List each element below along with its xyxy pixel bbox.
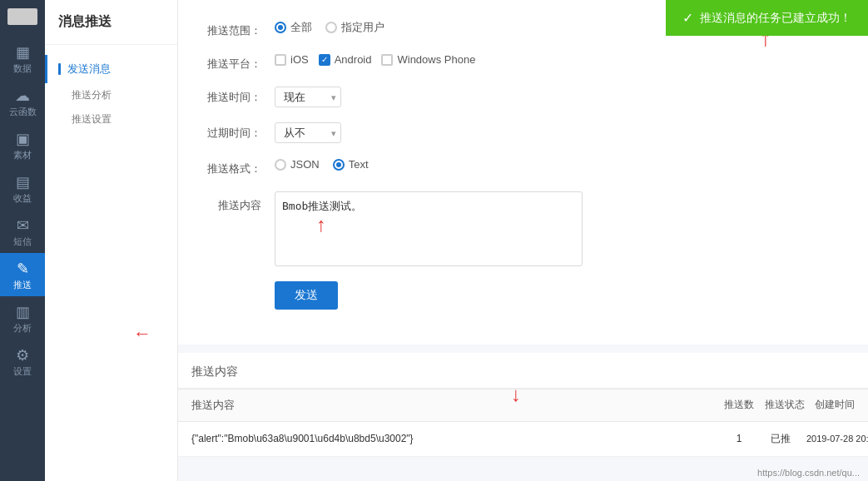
table-title: 推送内容	[191, 364, 238, 378]
sidebar-item-analytics[interactable]: ▥ 分析	[0, 296, 45, 340]
sidebar-item-label: 素材	[13, 149, 32, 161]
sidebar-item-sms[interactable]: ✉ 短信	[0, 210, 45, 253]
radio-circle-specific	[325, 22, 337, 33]
row-status: 已推	[760, 422, 801, 456]
col-header-content: 推送内容	[178, 389, 718, 421]
push-time-select[interactable]: 现在 定时	[275, 87, 341, 107]
col-header-created: 创建时间	[801, 389, 868, 421]
nav-item-config[interactable]: 推送设置	[58, 107, 177, 131]
left-nav-sub: 推送分析 推送设置	[45, 83, 177, 131]
push-range-options: 全部 指定用户	[275, 20, 384, 35]
push-platform-label: 推送平台：	[203, 53, 261, 72]
radio-circle-text	[333, 159, 345, 171]
sidebar-item-label: 云函数	[9, 106, 37, 118]
col-header-status: 推送状态	[760, 389, 801, 421]
income-icon: ▤	[16, 175, 30, 190]
radio-specific[interactable]: 指定用户	[325, 20, 384, 35]
push-platform-options: iOS ✓ Android Windows Phone	[275, 53, 475, 66]
expire-time-select-wrapper: 从不 1天 3天 7天	[275, 122, 341, 143]
push-time-select-wrapper: 现在 定时	[275, 87, 341, 107]
push-content-wrapper: <span class="underline-text">Bmob</span>…	[275, 191, 583, 266]
nav-item-analysis[interactable]: 推送分析	[58, 83, 177, 107]
sidebar-logo	[7, 8, 37, 25]
checkbox-box-android: ✓	[319, 54, 330, 66]
expire-time-select[interactable]: 从不 1天 3天 7天	[275, 122, 341, 143]
page-title: 消息推送	[45, 13, 177, 45]
sidebar-item-push[interactable]: ✎ 推送	[0, 253, 45, 296]
sidebar-item-label: 推送	[13, 279, 32, 291]
push-format-options: JSON Text	[275, 158, 369, 171]
row-content: {"alert":"Bmob\u63a8\u9001\u6d4b\u8bd5\u…	[178, 423, 718, 454]
send-button[interactable]: 发送	[275, 281, 338, 310]
left-nav: 消息推送 发送消息 推送分析 推送设置	[45, 0, 178, 481]
push-time-value: 现在 定时	[275, 87, 341, 107]
nav-active-bar	[58, 63, 61, 75]
sidebar-item-label: 分析	[13, 322, 32, 335]
radio-json[interactable]: JSON	[275, 158, 320, 171]
nav-item-send[interactable]: 发送消息	[45, 55, 177, 83]
expire-time-value: 从不 1天 3天 7天	[275, 122, 341, 143]
checkbox-android[interactable]: ✓ Android	[319, 53, 372, 66]
settings-icon: ⚙	[16, 348, 29, 363]
left-nav-section: 发送消息 推送分析 推送设置	[45, 45, 177, 141]
push-content-textarea[interactable]: <span class="underline-text">Bmob</span>…	[275, 191, 583, 266]
checkbox-box-windows-phone	[381, 54, 393, 66]
expire-time-label: 过期时间：	[203, 122, 261, 141]
toast-success: ✓ 推送消息的任务已建立成功！	[666, 0, 868, 36]
send-button-wrapper: 发送	[275, 281, 338, 310]
form-section: 推送范围： 全部 指定用户 推送平台： iOS	[178, 0, 868, 345]
sidebar-item-cloud[interactable]: ☁ 云函数	[0, 80, 45, 123]
sidebar-item-label: 数据	[13, 62, 32, 75]
toast-message: 推送消息的任务已建立成功！	[700, 11, 851, 26]
radio-all[interactable]: 全部	[275, 20, 312, 35]
row-created: 2019-07-28 20:03:52	[801, 423, 868, 455]
sidebar-item-label: 短信	[13, 236, 32, 248]
sidebar-item-label: 收益	[13, 192, 32, 205]
analytics-icon: ▥	[16, 305, 30, 320]
checkbox-ios[interactable]: iOS	[275, 53, 309, 66]
sidebar-item-data[interactable]: ▦ 数据	[0, 37, 45, 80]
push-time-label: 推送时间：	[203, 87, 261, 105]
radio-circle-all	[275, 22, 286, 33]
send-label-spacer	[203, 281, 261, 285]
form-row-expire: 过期时间： 从不 1天 3天 7天	[203, 122, 843, 143]
checkbox-box-ios	[275, 54, 286, 66]
sidebar-item-label: 设置	[13, 365, 32, 378]
radio-circle-json	[275, 159, 286, 171]
sidebar-item-settings[interactable]: ⚙ 设置	[0, 340, 45, 383]
material-icon: ▣	[16, 131, 30, 146]
form-row-platform: 推送平台： iOS ✓ Android Windows Phone	[203, 53, 843, 72]
form-row-format: 推送格式： JSON Text	[203, 158, 843, 176]
checkbox-windows-phone[interactable]: Windows Phone	[381, 53, 475, 66]
table-section: 推送内容 ↓ 推送内容 推送数 推送状态 创建时间 {"alert":"Bmob…	[178, 353, 868, 457]
url-bar: https://blog.csdn.net/qu...	[757, 468, 860, 478]
table-header: 推送内容 推送数 推送状态 创建时间	[178, 389, 868, 422]
col-header-count: 推送数	[718, 389, 760, 421]
push-content-label: 推送内容	[203, 191, 261, 213]
sidebar-item-material[interactable]: ▣ 素材	[0, 123, 45, 166]
push-range-label: 推送范围：	[203, 20, 261, 38]
push-format-label: 推送格式：	[203, 158, 261, 176]
radio-text[interactable]: Text	[333, 158, 369, 171]
form-row-content: 推送内容 <span class="underline-text">Bmob</…	[203, 191, 843, 266]
sidebar: ▦ 数据 ☁ 云函数 ▣ 素材 ▤ 收益 ✉ 短信 ✎ 推送 ▥ 分析 ⚙ 设置	[0, 0, 45, 481]
cloud-icon: ☁	[15, 88, 30, 103]
form-row-time: 推送时间： 现在 定时	[203, 87, 843, 107]
main-content: ✓ 推送消息的任务已建立成功！ ↑ 推送范围： 全部 指定用户 推送平台：	[178, 0, 868, 481]
row-count: 1	[718, 422, 760, 456]
data-icon: ▦	[16, 45, 30, 60]
sms-icon: ✉	[17, 218, 29, 233]
check-icon: ✓	[682, 10, 693, 26]
table-title-area: 推送内容 ↓	[178, 353, 868, 389]
table-row: {"alert":"Bmob\u63a8\u9001\u6d4b\u8bd5\u…	[178, 422, 868, 457]
sidebar-item-income[interactable]: ▤ 收益	[0, 166, 45, 210]
form-row-send: 发送	[203, 281, 843, 310]
push-icon: ✎	[17, 261, 29, 276]
